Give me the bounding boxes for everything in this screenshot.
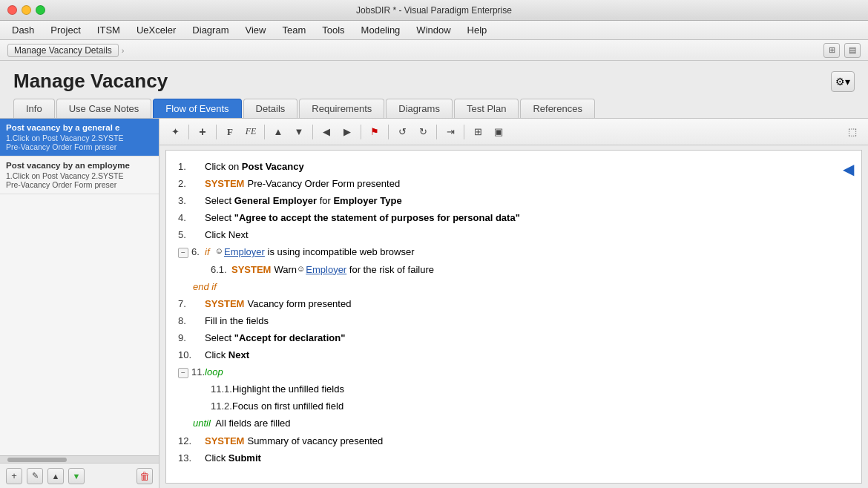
sep-4 [312,125,313,139]
tab-diagrams[interactable]: Diagrams [386,99,453,118]
outdent-btn[interactable]: ◀ [317,122,336,142]
step-num-2: 2. [178,176,205,192]
right-content: ✦ + F FE ▲ ▼ ◀ ▶ ⚑ ↺ ↻ ⇥ ⊞ [160,119,868,488]
menu-view[interactable]: View [237,23,273,37]
system-keyword-7: SYSTEM [205,296,244,312]
page-header: Manage Vacancy ⚙▾ [0,61,868,99]
tab-details[interactable]: Details [243,99,298,118]
sep-7 [436,125,437,139]
step-10: 10. Click Next [178,347,849,363]
tabs-bar: Info Use Case Notes Flow of Events Detai… [0,99,868,119]
step-num-6: −6. [178,244,205,260]
actor-icon-6: ☺ [215,244,223,258]
step-num-3: 3. [178,193,205,209]
undo-btn[interactable]: ↺ [392,122,412,142]
indent-btn[interactable]: ▶ [338,122,357,142]
step-11-2: 11.2. Focus on first unfilled field [178,398,849,415]
add-scenario-btn[interactable]: + [6,468,22,484]
title-bar: JobsDIR * - Visual Paradigm Enterprise [0,0,868,21]
step-num-10: 10. [178,347,205,363]
step-num-13: 13. [178,450,205,466]
tab-info[interactable]: Info [13,99,55,118]
dashed-btn[interactable]: ⬚ [843,122,862,142]
menu-window[interactable]: Window [409,23,458,37]
add-step-btn[interactable]: + [193,122,212,142]
step-12: 12. SYSTEM Summary of vacancy presented [178,433,849,449]
scenario-item-2[interactable]: Post vacancy by an employme 1.Click on P… [0,156,159,194]
maximize-button[interactable] [36,5,45,15]
menu-help[interactable]: Help [460,23,495,37]
system-keyword-2: SYSTEM [205,176,244,192]
menu-dash[interactable]: Dash [4,23,42,37]
bold-btn[interactable]: F [220,122,240,142]
sparkle-btn[interactable]: ✦ [165,122,185,142]
move-down-btn[interactable]: ▼ [289,122,309,142]
step-num-11-1: 11.1. [193,381,232,398]
settings-button[interactable]: ⚙▾ [831,71,855,92]
flag-btn[interactable]: ⚑ [365,122,384,142]
sep-3 [264,125,265,139]
edit-scenario-btn[interactable]: ✎ [27,468,43,484]
step-1-action: Post Vacancy [242,161,304,172]
tree-btn[interactable]: ⊞ [468,122,487,142]
employer-link-6[interactable]: Employer [224,244,265,260]
menu-diagram[interactable]: Diagram [185,23,236,37]
step-6-1: 6.1. SYSTEM Warn ☺ Employer for the risk… [178,262,849,278]
breadcrumb-manage-vacancy[interactable]: Manage Vacancy Details [7,44,119,57]
until-keyword: until [193,415,211,432]
delete-scenario-btn[interactable]: 🗑 [137,468,153,484]
step-num-6-1: 6.1. [193,262,231,278]
collapse-all-btn[interactable]: ◀ [843,156,854,182]
if-keyword-6: if [205,244,210,260]
sep-1 [188,125,189,139]
collapse-if-btn[interactable]: − [178,248,188,258]
tab-flow-of-events[interactable]: Flow of Events [153,99,241,118]
scenario-sub-1: 1.Click on Post Vacancy 2.SYSTEPre-Vacan… [6,133,153,151]
menu-tools[interactable]: Tools [315,23,352,37]
menu-project[interactable]: Project [43,23,88,37]
tab-references[interactable]: References [520,99,594,118]
step-1: 1. Click on Post Vacancy [178,159,849,175]
breadcrumb-bar: Manage Vacancy Details › ⊞ ▤ [0,40,868,61]
tab-use-case-notes[interactable]: Use Case Notes [56,99,152,118]
format-btn[interactable]: FE [241,122,260,142]
step-num-4: 4. [178,210,205,226]
menu-modeling[interactable]: Modeling [354,23,408,37]
step-num-1: 1. [178,159,205,175]
system-keyword-6-1: SYSTEM [231,262,271,278]
import-btn[interactable]: ⇥ [441,122,460,142]
scenario-title-1: Post vacancy by a general e [6,123,153,132]
close-button[interactable] [7,5,17,15]
sep-8 [464,125,464,139]
panel-icon[interactable]: ▤ [844,43,861,58]
gear-icon: ⚙▾ [835,76,850,88]
step-num-5: 5. [178,227,205,243]
scenario-scrollbar[interactable] [0,455,159,463]
actor-icon-6-1: ☺ [297,262,305,276]
up-scenario-btn[interactable]: ▲ [47,468,64,484]
menu-team[interactable]: Team [274,23,313,37]
step-6: −6. if ☺ Employer is using incompatible … [178,244,849,260]
scenario-item-1[interactable]: Post vacancy by a general e 1.Click on P… [0,119,159,156]
down-scenario-btn[interactable]: ▼ [68,468,85,484]
menu-itsm[interactable]: ITSM [90,23,128,37]
grid-icon[interactable]: ⊞ [823,43,840,58]
screen-btn[interactable]: ▣ [489,122,508,142]
move-up-btn[interactable]: ▲ [269,122,288,142]
loop-keyword-11: loop [205,364,223,380]
breadcrumb-icons: ⊞ ▤ [823,43,861,58]
collapse-loop-btn[interactable]: − [178,368,188,378]
redo-btn[interactable]: ↻ [413,122,433,142]
traffic-lights [7,5,45,15]
until-block: until All fields are filled [178,415,849,432]
page-title: Manage Vacancy [13,70,168,93]
scenario-sub-2: 1.Click on Post Vacancy 2.SYSTEPre-Vacan… [6,171,153,189]
menu-uexceler[interactable]: UeXceler [129,23,183,37]
tab-test-plan[interactable]: Test Plan [454,99,519,118]
minimize-button[interactable] [22,5,31,15]
employer-link-6-1[interactable]: Employer [306,262,346,278]
tab-requirements[interactable]: Requirements [299,99,384,118]
step-9: 9. Select "Accept for declaration" [178,330,849,346]
end-if-block: end if [178,279,849,295]
step-num-8: 8. [178,313,205,329]
